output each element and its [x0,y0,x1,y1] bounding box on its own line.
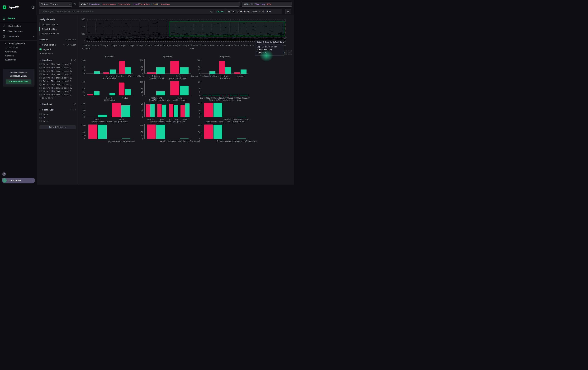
checkbox[interactable] [40,120,42,122]
mini-chart-spanattributes-app-loyalty-level-bar[interactable] [174,105,178,117]
sql-toggle[interactable]: SQL [210,10,213,13]
create-dashboard-button[interactable]: + Create Dashboard [0,42,37,46]
heatmap-drag-handle[interactable] [284,38,286,39]
source-select[interactable]: Demo Traces [39,2,72,7]
mini-chart-scopename-bar[interactable] [234,72,240,74]
mini-chart-spankind-bar[interactable] [156,67,165,74]
mini-chart-spanattributes-yment-card-type-bar[interactable] [170,81,179,95]
search-icon[interactable] [70,59,73,61]
filter-item-spanname-3[interactable]: Error: The credit card (… [40,73,76,76]
search-input[interactable] [40,10,210,13]
lucene-toggle[interactable]: Lucene [217,10,223,13]
mini-chart-spanattributes-app-loyalty-level-bar[interactable] [185,103,189,117]
pin-icon[interactable] [74,59,76,61]
mini-chart-scopeversion-bar[interactable] [87,94,93,95]
checkbox[interactable]: ✓ [40,48,42,50]
sidebar-item-dashboards[interactable]: Dashboards [0,34,37,39]
sidebar-item-search[interactable]: Search [0,16,37,21]
help-button[interactable]: ? [2,172,6,176]
checkbox[interactable] [40,94,42,96]
search-icon[interactable] [63,44,65,46]
mini-chart-spankind-bar[interactable] [170,61,179,74]
filter-item-payment[interactable]: ✓payment [40,48,76,51]
sidebar-item-chart-explorer[interactable]: Chart Explorer [0,23,37,29]
mini-chart-scopename-bar[interactable] [219,61,225,74]
preset-link-kubernetes[interactable]: Kubernetes [0,58,37,62]
search-icon[interactable] [70,109,73,111]
checkbox[interactable] [40,113,42,115]
filter-item-error[interactable]: Error [40,113,76,116]
pin-icon[interactable] [74,109,76,111]
mini-chart-resourceattributes-k8s-pod-name-bar[interactable] [88,125,97,139]
show-more-button[interactable]: Show more [40,96,76,100]
filter-item-spanname-7[interactable]: Error: The credit card (… [40,86,76,90]
checkbox[interactable] [40,63,42,65]
chevron-down-icon[interactable] [40,59,41,61]
mini-chart-scopeversion-bar[interactable] [119,82,124,95]
mini-chart-spanattributes-app-loyalty-level-bar[interactable] [169,104,173,117]
mini-chart-spankind-bar[interactable] [180,67,189,74]
mini-chart-spanname-bar[interactable] [103,72,109,74]
mini-chart-scopename-bar[interactable] [210,71,215,74]
sql-select-editor[interactable]: SELECT Timestamp, ServiceName, StatusCod… [79,2,240,7]
order-by-editor[interactable]: ORDER BY Timestamp DESC [242,2,292,7]
checkbox[interactable] [40,77,42,79]
mini-chart-resourceattribu-ice-instance-id-bar[interactable] [204,125,213,139]
mini-chart-spankind-bar[interactable] [147,72,156,74]
checkbox[interactable] [40,117,42,119]
checkbox[interactable] [40,70,42,72]
mini-chart-spanname-bar[interactable] [110,70,116,74]
filter-item-spanname-2[interactable]: Error: The credit card (… [40,69,76,73]
mini-chart-scopeversion-bar[interactable] [109,93,115,95]
filter-item-ok[interactable]: Ok [40,116,76,119]
mini-chart-statuscode-bar[interactable] [112,103,121,117]
preset-link-services[interactable]: Services [0,54,37,58]
filter-item-spanname-4[interactable]: Error: The credit card (… [40,76,76,80]
date-range-picker[interactable]: Sep 14 18:00:00 - Sep 15 05:30:00 [226,9,282,14]
run-query-button[interactable] [285,9,291,14]
chevron-down-icon[interactable] [40,109,41,111]
mini-chart-spanattributes-app-loyalty-level-bar[interactable] [146,104,150,117]
analysis-mode-event-deltas[interactable]: Event Deltas [40,27,76,31]
presets-toggle[interactable]: PRESETS [0,46,37,50]
mini-chart-resourceattributes-k8s-pod-name-bar[interactable] [122,139,130,139]
checkbox[interactable] [40,83,42,86]
mini-chart-spanname-bar[interactable] [94,71,100,74]
preset-link-clickhouse[interactable]: ClickHouse [0,50,37,54]
mini-chart-spanattributes-app-loyalty-level-bar[interactable] [157,104,161,117]
load-more-button[interactable]: Load more [40,52,76,55]
clear-all-button[interactable]: Clear all [65,39,76,41]
filter-item-spanname-5[interactable]: Error: The credit card (… [40,80,76,83]
filter-item-spanname-0[interactable]: Error: The credit card (… [40,63,76,66]
mini-chart-spanname-bar[interactable] [119,61,125,74]
mini-chart-statuscode-bar[interactable] [98,115,107,117]
mini-chart-spanname-bar[interactable] [125,67,131,74]
checkbox[interactable] [40,80,42,82]
chevron-up-icon[interactable] [32,36,34,38]
sidebar-item-client-sessions[interactable]: Client Sessions [0,29,37,34]
collapse-sidebar-icon[interactable] [32,6,34,9]
mini-chart-resourceattributes-k8s-pod-uid-bar[interactable] [156,125,165,139]
checkbox[interactable] [40,73,42,75]
next-page-button[interactable]: › [288,50,292,55]
mini-chart-scopeversion-bar[interactable] [94,91,99,95]
mini-chart-resourceattributes-host-name-bar[interactable] [213,103,222,117]
mini-chart-resourceattribu-ice-instance-id-bar[interactable] [213,125,222,139]
analysis-mode-event-patterns[interactable]: Event Patterns [40,31,76,36]
pin-icon[interactable] [67,44,69,46]
get-started-button[interactable]: Get Started for Free [6,80,32,84]
more-filters-button[interactable]: More filters [40,125,76,129]
heatmap-selection-region[interactable] [169,21,285,36]
mini-chart-resourceattributes-k8s-pod-name-bar[interactable] [98,125,106,139]
checkbox[interactable] [40,67,42,69]
chevron-down-icon[interactable] [40,44,41,46]
mini-chart-spanattributes-yment-card-type-bar[interactable] [156,91,165,95]
mini-chart-spanattributes-app-loyalty-level-bar[interactable] [162,105,166,117]
mini-chart-spanattributes-yment-card-type-bar[interactable] [180,86,189,95]
mini-chart-spanattributes-app-loyalty-level-bar[interactable] [150,104,155,117]
mini-chart-resourceattribu-ice-instance-id-bar[interactable] [237,139,246,139]
mini-chart-scopename-bar[interactable] [241,70,246,74]
mini-chart-scopename-bar[interactable] [225,67,231,74]
filter-item-spanname-9[interactable]: Error: The credit card (… [40,93,76,96]
chevron-right-icon[interactable] [40,103,41,105]
